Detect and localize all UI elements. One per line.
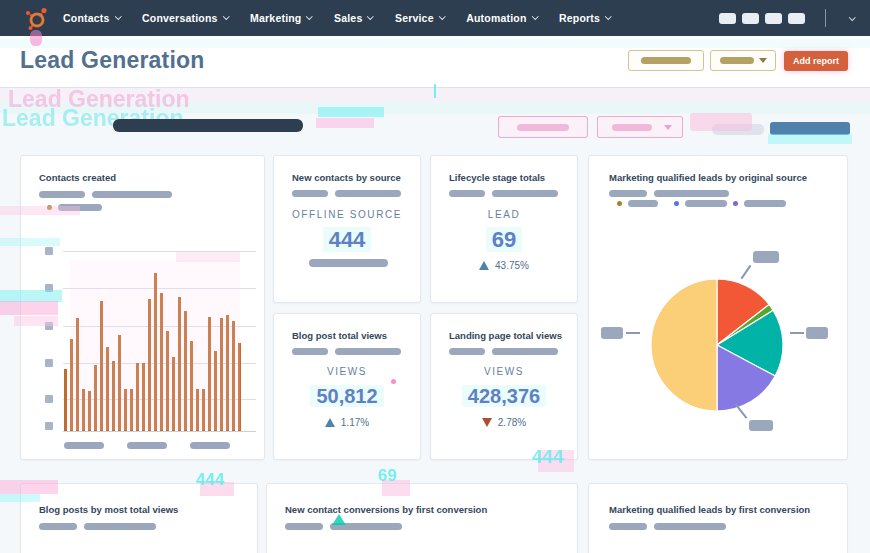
subtitle-skeleton [449, 348, 485, 355]
metric-value: 69 [431, 227, 577, 253]
glitch-block [318, 107, 384, 117]
dashboard-dropdown-button-skeleton[interactable] [710, 50, 776, 71]
nav-item-service[interactable]: Service [395, 12, 444, 24]
legend-label-skeleton [744, 200, 786, 207]
subtitle-skeleton [335, 190, 401, 197]
pie-slice-yellow [651, 279, 717, 411]
card-blog-post-total-views: Blog post total views VIEWS 50,812 1.17% [273, 313, 421, 460]
trend-up-icon [479, 261, 489, 270]
dashboard-filter-button-skeleton[interactable] [628, 50, 704, 71]
bar [190, 341, 193, 431]
metric-label: LEAD [431, 209, 577, 220]
card-new-contacts-by-source: New contacts by source OFFLINE SOURCE 44… [273, 155, 421, 303]
card-lifecycle-stage-totals: Lifecycle stage totals LEAD 69 43.75% [430, 155, 578, 303]
nav-item-marketing[interactable]: Marketing [250, 12, 312, 24]
x-label-skeleton [190, 442, 230, 449]
subtitle-skeleton [39, 191, 85, 198]
bar [94, 365, 97, 431]
card-title: New contact conversions by first convers… [285, 504, 487, 515]
nav-divider [825, 9, 826, 27]
bar [148, 299, 151, 431]
legend-label-skeleton [628, 200, 658, 207]
subtitle-skeleton [292, 190, 328, 197]
bar [76, 318, 79, 431]
nav-tool-button-skeleton[interactable] [765, 13, 782, 24]
account-chevron-down-icon[interactable] [849, 14, 855, 20]
chevron-down-icon [605, 13, 611, 19]
nav-item-reports[interactable]: Reports [559, 12, 611, 24]
metric-label: VIEWS [431, 366, 577, 377]
bar [238, 343, 241, 431]
legend-label-skeleton [685, 200, 727, 207]
y-tick-skeleton [45, 322, 53, 330]
hubspot-logo-icon[interactable] [24, 6, 48, 30]
glitch-block [768, 134, 852, 144]
pie-leader-line [626, 332, 640, 334]
subtitle-skeleton [285, 523, 323, 530]
card-title: Blog posts by most total views [39, 504, 178, 515]
card-new-contact-conversions: New contact conversions by first convers… [266, 483, 578, 553]
chevron-down-icon [115, 13, 121, 19]
chevron-down-icon [532, 13, 538, 19]
pie-label-skeleton [806, 327, 828, 339]
bar [172, 357, 175, 431]
bar [82, 389, 85, 431]
card-title: Contacts created [39, 172, 116, 183]
y-tick-skeleton [45, 422, 53, 430]
subtitle-skeleton [492, 190, 558, 197]
bar [232, 321, 235, 431]
contacts-created-bars [64, 249, 246, 431]
chevron-down-icon [439, 13, 445, 19]
subtitle-skeleton [292, 348, 328, 355]
bar [88, 391, 91, 431]
button-label-skeleton [720, 57, 754, 64]
dashboard-filter-skeleton [712, 124, 764, 135]
trend-down-icon [482, 418, 492, 427]
bar [112, 361, 115, 431]
subtitle-skeleton [609, 190, 647, 197]
subtitle-skeleton [654, 190, 729, 197]
bar [160, 293, 163, 431]
card-title: New contacts by source [292, 172, 401, 183]
bar [136, 363, 139, 431]
top-navigation: Contacts Conversations Marketing Sales S… [0, 0, 870, 36]
page-title: Lead Generation [20, 47, 204, 74]
bar [118, 335, 121, 431]
bar [196, 389, 199, 431]
bar [208, 317, 211, 431]
chevron-down-icon [368, 13, 374, 19]
nav-item-automation[interactable]: Automation [466, 12, 537, 24]
nav-tool-button-skeleton[interactable] [788, 13, 805, 24]
y-tick-skeleton [45, 284, 53, 292]
glitch-ghost-title: Lead Generation [8, 86, 189, 113]
bar [178, 297, 181, 431]
y-tick-skeleton [45, 247, 53, 255]
bar [124, 389, 127, 431]
nav-tool-button-skeleton[interactable] [742, 13, 759, 24]
bar [184, 311, 187, 431]
delta-indicator: 1.17% [274, 417, 420, 428]
card-mql-by-original-source: Marketing qualified leads by original so… [588, 155, 848, 460]
bar [106, 347, 109, 431]
legend-dot [674, 201, 679, 206]
subtitle-skeleton [39, 523, 77, 530]
x-label-skeleton [64, 442, 104, 449]
pie-leader-line [790, 332, 804, 334]
nav-item-sales[interactable]: Sales [334, 12, 373, 24]
nav-item-conversations[interactable]: Conversations [142, 12, 228, 24]
card-contacts-created: Contacts created [20, 155, 265, 460]
add-report-button[interactable]: Add report [784, 51, 848, 71]
metric-value: 50,812 [274, 385, 420, 408]
glitch-ghost-button [498, 116, 588, 138]
card-title: Landing page total views [449, 330, 562, 341]
nav-item-contacts[interactable]: Contacts [63, 12, 120, 24]
glitch-ghost-title: Lead Generation [2, 105, 183, 132]
card-title: Marketing qualified leads by original so… [609, 172, 807, 183]
card-mql-by-first-conversion: Marketing qualified leads by first conve… [588, 483, 848, 553]
bar [220, 318, 223, 431]
nav-tool-button-skeleton[interactable] [719, 13, 736, 24]
y-tick-skeleton [45, 395, 53, 403]
legend-dot [47, 205, 52, 210]
bar [70, 339, 73, 431]
bar [130, 389, 133, 431]
